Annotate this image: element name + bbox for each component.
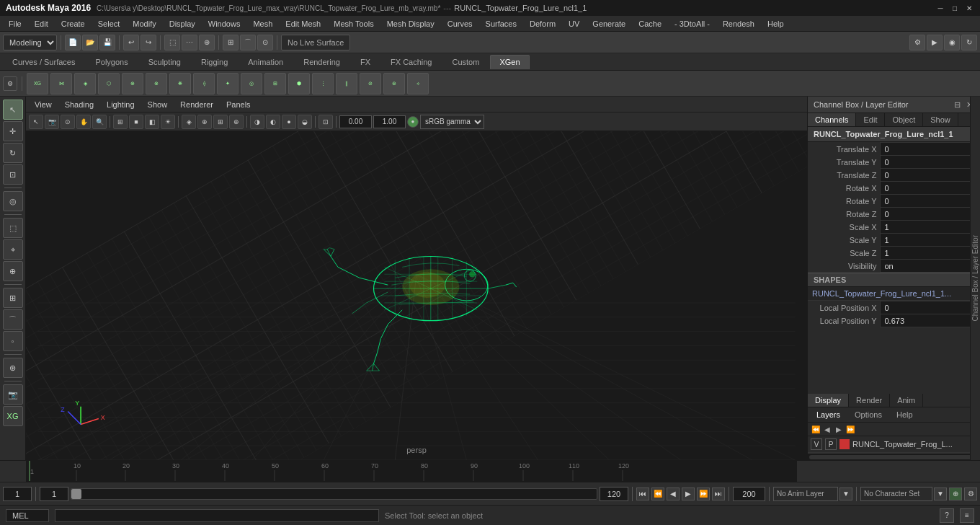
xgen-btn1[interactable]: XG (27, 73, 48, 94)
xgen-btn6[interactable]: ⊗ (146, 73, 167, 94)
select-tool-button[interactable]: ⬚ (164, 35, 180, 50)
xgen-tool-lt[interactable]: XG (3, 406, 23, 426)
vt-btn-select[interactable]: ↖ (29, 115, 43, 129)
ch-value-rotate-z[interactable]: 0 (880, 208, 980, 221)
lasso-button[interactable]: ⋯ (182, 35, 197, 50)
xgen-btn2[interactable]: ⋈ (50, 73, 72, 94)
tc-play-fwd[interactable]: ▶ (682, 488, 695, 500)
mel-input[interactable] (55, 509, 379, 522)
tab-rigging[interactable]: Rigging (192, 55, 237, 69)
snap-grid-button[interactable]: ⊞ (223, 35, 239, 50)
vp-renderer-menu[interactable]: Renderer (174, 99, 219, 110)
tab-fx-caching[interactable]: FX Caching (381, 55, 441, 69)
xgen-btn5[interactable]: ⊕ (122, 73, 143, 94)
shapes-name[interactable]: RUNCL_Topwater_Frog_Lure_ncl1_1... (808, 287, 980, 301)
snap-curve-lt[interactable]: ⌒ (3, 309, 23, 330)
menu-3dtall[interactable]: - 3DtoAll - (669, 18, 716, 30)
tab-animation[interactable]: Animation (239, 55, 293, 69)
ipr-button[interactable]: ◉ (944, 35, 960, 50)
vt-resolve-btn[interactable]: ⊕ (197, 115, 212, 129)
menu-edit[interactable]: Edit (29, 18, 54, 30)
timeline-track[interactable] (71, 488, 597, 500)
ch-tab-show[interactable]: Show (923, 113, 958, 126)
dt-tab-display[interactable]: Display (808, 394, 849, 407)
vt-axis-btn[interactable]: ⊕ (229, 115, 244, 129)
dt-tab-render[interactable]: Render (849, 394, 890, 407)
render-button[interactable]: ▶ (927, 35, 943, 50)
lyr-tab-options[interactable]: Options (849, 409, 888, 420)
menu-generate[interactable]: Generate (587, 18, 631, 30)
xgen-btn12[interactable]: ⬢ (288, 73, 310, 94)
vt-gamma-input[interactable] (373, 115, 406, 128)
attribute-editor-strip[interactable]: Channel Box / Layer Editor (970, 97, 980, 460)
show-manip-lt[interactable]: ⊛ (3, 358, 23, 378)
redo-button[interactable]: ↪ (141, 35, 156, 50)
menu-create[interactable]: Create (55, 18, 91, 30)
menu-mesh-tools[interactable]: Mesh Tools (328, 18, 379, 30)
vp-panels-menu[interactable]: Panels (220, 99, 257, 110)
lyr-tab-layers[interactable]: Layers (811, 409, 846, 420)
render-settings-button[interactable]: ⚙ (909, 35, 925, 50)
max-end-input[interactable] (733, 487, 765, 501)
vp-view-menu[interactable]: View (29, 99, 58, 110)
paint-sel-lt[interactable]: ⊕ (3, 261, 23, 281)
anim-layer-dropdown[interactable]: ▼ (839, 488, 852, 500)
current-frame-input[interactable] (3, 487, 32, 501)
channel-box-expand[interactable]: ⊟ (952, 100, 962, 110)
ch-value-local-pos-x[interactable]: 0 (880, 301, 980, 314)
vt-colorspace-select[interactable]: sRGB gamma (420, 115, 484, 129)
xgen-btn9[interactable]: ✦ (217, 73, 239, 94)
vt-btn-camera[interactable]: 📷 (45, 115, 59, 129)
tc-goto-end[interactable]: ⏭ (712, 488, 725, 500)
vp-lighting-menu[interactable]: Lighting (101, 99, 141, 110)
rotate-tool-lt[interactable]: ↻ (3, 143, 23, 163)
lasso-lt[interactable]: ⌖ (3, 239, 23, 260)
menu-deform[interactable]: Deform (524, 18, 561, 30)
xgen-btn17[interactable]: ⟡ (407, 73, 429, 94)
status-help-btn[interactable]: ? (940, 508, 954, 523)
xgen-btn15[interactable]: ⊘ (360, 73, 381, 94)
xgen-btn16[interactable]: ⊛ (383, 73, 405, 94)
snap-point-button[interactable]: ⊙ (257, 35, 273, 50)
range-start-input[interactable] (40, 487, 68, 501)
snap-curve-button[interactable]: ⌒ (240, 35, 256, 50)
vp-show-menu[interactable]: Show (142, 99, 174, 110)
xgen-btn8[interactable]: ⟠ (193, 73, 215, 94)
ch-value-scale-y[interactable]: 1 (880, 234, 980, 247)
menu-windows[interactable]: Windows (202, 18, 246, 30)
layer-prev-btn[interactable]: ⏪ (811, 424, 821, 434)
menu-surfaces[interactable]: Surfaces (480, 18, 522, 30)
menu-curves[interactable]: Curves (442, 18, 478, 30)
vt-shadow-btn[interactable]: ◑ (250, 115, 264, 129)
layer-prev2-btn[interactable]: ◀ (822, 424, 832, 434)
menu-file[interactable]: File (3, 18, 27, 30)
tc-step-fwd[interactable]: ⏩ (697, 488, 710, 500)
menu-uv[interactable]: UV (563, 18, 585, 30)
layer-color-swatch[interactable] (839, 439, 850, 449)
vt-aa-btn[interactable]: ◒ (298, 115, 312, 129)
paint-button[interactable]: ⊕ (199, 35, 215, 50)
open-scene-button[interactable]: 📂 (82, 35, 98, 50)
ch-value-rotate-y[interactable]: 0 (880, 195, 980, 208)
vt-ao-btn[interactable]: ◐ (266, 115, 280, 129)
ch-value-translate-x[interactable]: 0 (880, 143, 980, 156)
tab-curves-surfaces[interactable]: Curves / Surfaces (3, 55, 84, 69)
ch-value-scale-z[interactable]: 1 (880, 247, 980, 260)
vt-btn-zoom[interactable]: 🔍 (92, 115, 107, 129)
vt-isolate-btn[interactable]: ◈ (182, 115, 196, 129)
ch-value-visibility[interactable]: on (880, 260, 980, 273)
xgen-btn10[interactable]: ◎ (241, 73, 262, 94)
snap-grid-lt[interactable]: ⊞ (3, 288, 23, 308)
ch-tab-channels[interactable]: Channels (808, 113, 856, 126)
vt-btn-pan[interactable]: ✋ (76, 115, 91, 129)
new-scene-button[interactable]: 📄 (65, 35, 81, 50)
vt-ssao-btn[interactable]: ● (282, 115, 296, 129)
vt-btn-orbit[interactable]: ⊙ (61, 115, 75, 129)
move-tool-lt[interactable]: ✛ (3, 121, 23, 141)
close-button[interactable]: ✕ (964, 3, 974, 13)
refresh-button[interactable]: ↻ (961, 35, 977, 50)
menu-cache[interactable]: Cache (633, 18, 667, 30)
ch-tab-object[interactable]: Object (885, 113, 923, 126)
tc-settings-btn[interactable]: ⚙ (964, 488, 977, 500)
vt-textured-btn[interactable]: ◧ (145, 115, 159, 129)
